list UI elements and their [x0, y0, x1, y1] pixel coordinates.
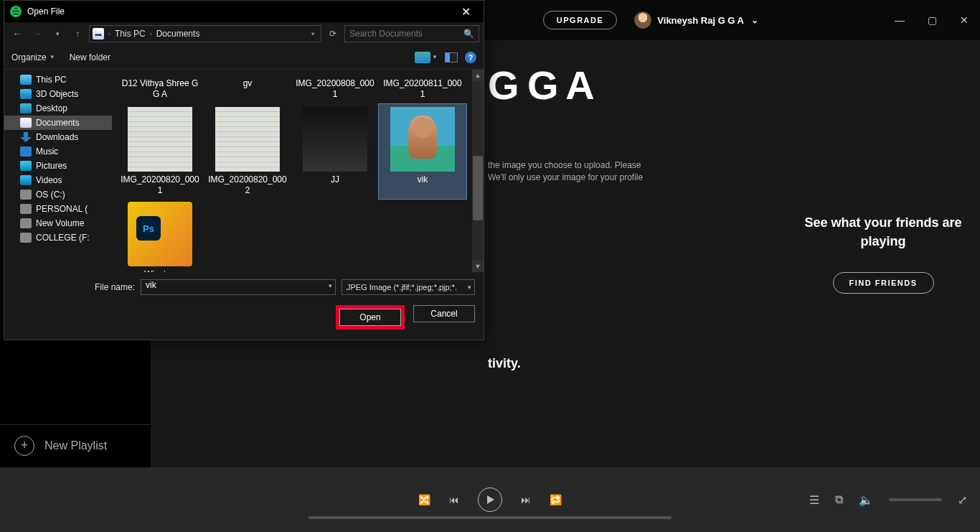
next-icon[interactable]: ⏭: [521, 494, 531, 505]
cancel-button[interactable]: Cancel: [413, 305, 475, 322]
tree-item-new-volume[interactable]: New Volume: [4, 216, 112, 230]
caret-down-icon[interactable]: ▼: [432, 54, 438, 60]
chevron-right-icon: ›: [149, 30, 154, 37]
file-item[interactable]: IMG_20200820_0001: [116, 104, 204, 199]
preview-pane-icon[interactable]: [445, 52, 458, 62]
search-input[interactable]: [349, 29, 463, 39]
organize-menu[interactable]: Organize ▼: [11, 52, 55, 62]
folder-icon: ▬: [93, 28, 104, 39]
tree-item-documents[interactable]: Documents: [4, 116, 112, 130]
previous-icon[interactable]: ⏮: [449, 494, 459, 505]
activity-heading-fragment: tivity.: [488, 356, 521, 371]
tree-item-music[interactable]: Music: [4, 144, 112, 159]
tree-item-downloads[interactable]: Downloads: [4, 130, 112, 144]
view-options-icon[interactable]: [415, 52, 430, 63]
dialog-close-button[interactable]: ✕: [454, 5, 478, 19]
scroll-down-icon[interactable]: ▼: [472, 261, 484, 272]
file-thumbnail: [215, 107, 280, 172]
repeat-icon[interactable]: 🔁: [550, 494, 562, 505]
file-type-filter[interactable]: JPEG Image (*.jfif;*.jpeg;*.pjp;*. ▾: [341, 279, 475, 295]
folder-icon: [20, 89, 32, 99]
user-menu[interactable]: Vikneysh Raj G G A ⌄: [634, 11, 758, 29]
file-label: gv: [243, 78, 253, 89]
tree-item-pictures[interactable]: Pictures: [4, 159, 112, 173]
folder-icon: [20, 190, 32, 200]
scrollbar[interactable]: ▲ ▼: [472, 70, 484, 272]
file-item[interactable]: IMG_20200811_0001: [379, 73, 466, 104]
file-item[interactable]: JJ: [291, 104, 379, 199]
recent-locations-button[interactable]: ▾: [49, 25, 66, 42]
tree-item-label: This PC: [36, 75, 67, 85]
tree-item-label: New Volume: [36, 218, 84, 228]
file-label: vik: [418, 174, 428, 185]
dialog-title: Open File: [27, 6, 65, 17]
avatar: [634, 11, 651, 29]
tree-item-label: Documents: [36, 118, 80, 128]
play-button[interactable]: [478, 487, 502, 512]
upgrade-button[interactable]: UPGRADE: [543, 11, 618, 29]
tree-item-os-c-[interactable]: OS (C:): [4, 187, 112, 202]
find-friends-button[interactable]: FIND FRIENDS: [833, 272, 934, 294]
window-controls: — ▢ ✕: [895, 14, 969, 26]
friend-activity-title: See what your friends are playing: [801, 214, 966, 250]
search-box[interactable]: 🔍: [344, 25, 479, 42]
queue-icon[interactable]: ☰: [809, 493, 819, 507]
new-playlist-button[interactable]: + New Playlist: [0, 424, 151, 466]
folder-icon: [20, 161, 32, 171]
file-list[interactable]: D12 Vithya Shree G G AgvIMG_20200808_000…: [112, 70, 484, 272]
tree-item-label: COLLEGE (F:: [36, 233, 90, 243]
volume-icon[interactable]: 🔈: [859, 493, 873, 507]
breadcrumb-folder[interactable]: Documents: [156, 29, 200, 39]
tree-item-desktop[interactable]: Desktop: [4, 101, 112, 116]
devices-icon[interactable]: ⧉: [835, 493, 843, 506]
up-button[interactable]: ↑: [69, 25, 86, 42]
tree-item-label: OS (C:): [36, 190, 65, 200]
breadcrumb-root[interactable]: This PC: [115, 29, 146, 39]
scroll-thumb[interactable]: [473, 156, 483, 220]
address-dropdown-icon[interactable]: ▾: [308, 30, 318, 37]
file-thumbnail: [390, 107, 455, 172]
open-button[interactable]: Open: [339, 309, 401, 326]
file-name-input[interactable]: vik ▾: [141, 279, 336, 295]
progress-bar[interactable]: [308, 516, 672, 519]
folder-icon: [20, 204, 32, 214]
fullscreen-icon[interactable]: ⤢: [958, 493, 967, 507]
file-name-label: File name:: [13, 282, 135, 292]
file-name-value: vik: [146, 280, 156, 290]
upload-hint-line1: the image you choose to upload. Please: [488, 159, 641, 172]
forward-button[interactable]: →: [29, 25, 46, 42]
dialog-titlebar: Open File ✕: [4, 1, 484, 22]
tree-item-this-pc[interactable]: This PC: [4, 73, 112, 87]
file-item[interactable]: IMG_20200820_0002: [204, 104, 291, 199]
back-button[interactable]: ←: [9, 25, 26, 42]
tree-item-college-f-[interactable]: COLLEGE (F:: [4, 230, 112, 245]
folder-icon: [20, 175, 32, 185]
tree-item-personal-[interactable]: PERSONAL (: [4, 202, 112, 216]
address-bar[interactable]: ▬ › This PC › Documents ▾: [89, 25, 321, 42]
shuffle-icon[interactable]: 🔀: [418, 494, 430, 505]
refresh-button[interactable]: ⟳: [324, 25, 341, 42]
new-folder-button[interactable]: New folder: [70, 52, 110, 62]
open-button-highlight: Open: [336, 305, 405, 330]
file-item[interactable]: D12 Vithya Shree G G A: [116, 73, 204, 104]
minimize-button[interactable]: —: [895, 14, 905, 26]
file-item[interactable]: IMG_20200808_0001: [291, 73, 379, 104]
file-item[interactable]: gv: [204, 73, 291, 104]
friend-activity-panel: See what your friends are playing FIND F…: [786, 40, 980, 467]
file-label: IMG_20200811_0001: [383, 78, 462, 100]
caret-down-icon[interactable]: ▾: [329, 282, 332, 289]
file-item[interactable]: Winstep: [116, 199, 204, 272]
scroll-up-icon[interactable]: ▲: [472, 70, 484, 81]
folder-icon: [20, 218, 32, 228]
maximize-button[interactable]: ▢: [928, 14, 937, 26]
volume-slider[interactable]: [889, 498, 942, 501]
page-title-fragment: G G A: [488, 62, 593, 108]
help-icon[interactable]: ?: [465, 52, 476, 63]
file-item[interactable]: vik: [379, 104, 466, 199]
folder-tree[interactable]: This PC3D ObjectsDesktopDocumentsDownloa…: [4, 70, 112, 272]
tree-item-3d-objects[interactable]: 3D Objects: [4, 87, 112, 101]
file-thumbnail: [128, 202, 192, 266]
tree-item-videos[interactable]: Videos: [4, 173, 112, 187]
file-label: IMG_20200808_0001: [296, 78, 374, 100]
close-button[interactable]: ✕: [960, 14, 969, 26]
